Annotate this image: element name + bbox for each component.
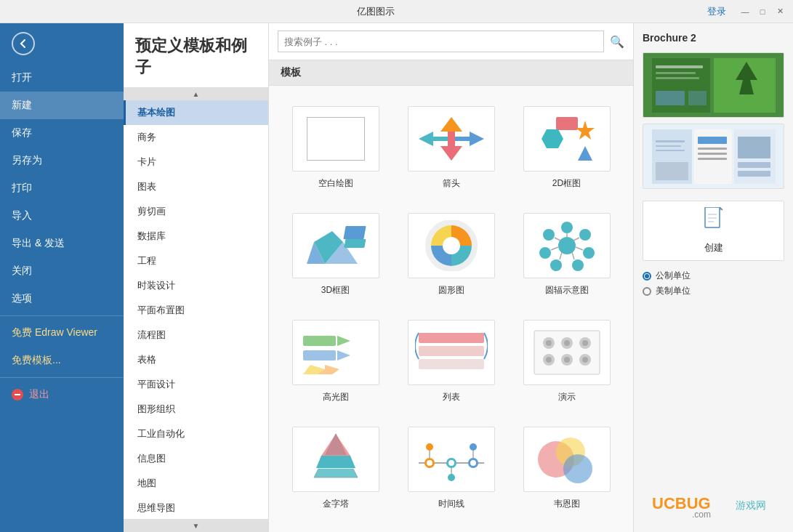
- svg-rect-82: [656, 91, 685, 105]
- template-thumb-highlight: [292, 320, 379, 385]
- template-timeline[interactable]: 时间线: [399, 421, 503, 516]
- svg-point-19: [579, 229, 591, 241]
- sidebar-item-viewer[interactable]: 免费 Edraw Viewer: [0, 319, 124, 347]
- create-button[interactable]: 创建: [643, 201, 784, 261]
- svg-point-23: [572, 259, 584, 271]
- sidebar-item-new[interactable]: 新建: [0, 92, 124, 119]
- template-highlight[interactable]: 高光图: [283, 314, 387, 409]
- svg-point-51: [564, 357, 570, 363]
- template-thumb-timeline: [408, 427, 495, 492]
- template-label-blank: 空白绘图: [318, 177, 353, 190]
- cat-item-basic[interactable]: 基本绘图: [124, 100, 268, 125]
- cat-item-map[interactable]: 地图: [124, 471, 268, 496]
- search-input[interactable]: [278, 31, 604, 52]
- radio-metric[interactable]: 公制单位: [643, 270, 784, 282]
- template-3dframe[interactable]: 3D框图: [283, 207, 387, 302]
- svg-rect-96: [698, 148, 727, 150]
- svg-point-50: [546, 357, 552, 363]
- cat-item-flowchart[interactable]: 流程图: [124, 323, 268, 347]
- category-scroll-up[interactable]: ▲: [124, 87, 268, 100]
- svg-line-26: [560, 252, 562, 259]
- template-label-pyramid: 金字塔: [323, 498, 349, 510]
- main-area: 打开 新建 保存 另存为 打印 导入 导出 & 发送 关闭 选项 免费 Edra…: [0, 23, 793, 532]
- template-radial[interactable]: 圆辐示意图: [515, 207, 619, 302]
- preview-panel: Brochure 2: [633, 23, 793, 532]
- svg-marker-32: [337, 336, 350, 346]
- template-thumb-circle: [408, 213, 495, 278]
- sidebar-divider: [0, 315, 124, 316]
- radio-imperial-label: 美制单位: [656, 285, 691, 297]
- svg-line-30: [555, 238, 560, 241]
- template-list[interactable]: 列表: [399, 314, 503, 409]
- svg-rect-95: [698, 137, 727, 144]
- sidebar-item-saveas[interactable]: 另存为: [0, 147, 124, 174]
- cat-item-graphic[interactable]: 图形组织: [124, 397, 268, 422]
- template-thumb-demo: [523, 320, 611, 385]
- app-title: 亿图图示: [49, 5, 701, 18]
- close-button[interactable]: ✕: [773, 4, 787, 19]
- sidebar: 打开 新建 保存 另存为 打印 导入 导出 & 发送 关闭 选项 免费 Edra…: [0, 23, 124, 532]
- template-circle[interactable]: 圆形图: [399, 207, 503, 302]
- template-label-arrow: 箭头: [443, 177, 460, 190]
- svg-point-21: [583, 247, 595, 259]
- radio-imperial[interactable]: 美制单位: [643, 285, 784, 297]
- cat-item-card[interactable]: 卡片: [124, 150, 268, 174]
- template-venn[interactable]: 韦恩图: [515, 421, 619, 516]
- sidebar-item-exit[interactable]: 退出: [0, 381, 124, 408]
- search-icon[interactable]: 🔍: [610, 35, 624, 49]
- template-blank[interactable]: 空白绘图: [283, 100, 387, 196]
- category-scroll-down[interactable]: ▼: [124, 519, 268, 532]
- cat-item-clipart[interactable]: 剪切画: [124, 199, 268, 224]
- sidebar-item-print[interactable]: 打印: [0, 174, 124, 202]
- 2dframe-svg: [531, 113, 603, 164]
- svg-rect-37: [419, 333, 484, 343]
- svg-rect-90: [656, 150, 685, 151]
- back-button[interactable]: [0, 23, 124, 64]
- svg-point-16: [558, 237, 576, 254]
- template-2dframe[interactable]: 2D框图: [515, 100, 619, 196]
- cat-item-fashion[interactable]: 时装设计: [124, 273, 268, 298]
- svg-rect-34: [303, 350, 336, 360]
- cat-item-floorplan[interactable]: 平面布置图: [124, 298, 268, 323]
- svg-rect-38: [419, 346, 484, 356]
- sidebar-item-options[interactable]: 选项: [0, 285, 124, 313]
- login-button[interactable]: 登录: [701, 5, 732, 18]
- svg-rect-31: [303, 336, 336, 346]
- svg-marker-3: [455, 132, 484, 146]
- template-demo[interactable]: 演示: [515, 314, 619, 409]
- cat-item-form[interactable]: 表格: [124, 347, 268, 372]
- template-label-radial: 圆辐示意图: [545, 284, 589, 297]
- radial-svg: [534, 220, 600, 271]
- svg-point-17: [561, 222, 573, 233]
- sidebar-item-export[interactable]: 导出 & 发送: [0, 230, 124, 257]
- svg-point-65: [448, 460, 454, 466]
- svg-marker-57: [321, 434, 350, 456]
- sidebar-item-templates[interactable]: 免费模板...: [0, 347, 124, 374]
- category-title: 预定义模板和例子: [124, 23, 268, 87]
- pyramid-svg: [299, 430, 372, 488]
- svg-point-15: [443, 237, 460, 254]
- cat-item-infographic[interactable]: 信息图: [124, 446, 268, 471]
- svg-point-47: [546, 340, 552, 346]
- template-pyramid[interactable]: 金字塔: [283, 421, 387, 516]
- circle-svg: [422, 220, 480, 271]
- minimize-button[interactable]: —: [738, 4, 752, 19]
- template-label-venn: 韦恩图: [554, 498, 580, 510]
- cat-item-floordesign[interactable]: 平面设计: [124, 372, 268, 397]
- back-icon: [12, 32, 35, 55]
- cat-item-chart[interactable]: 图表: [124, 174, 268, 199]
- cat-item-industrial[interactable]: 工业自动化: [124, 422, 268, 446]
- maximize-button[interactable]: □: [755, 4, 770, 19]
- cat-item-business[interactable]: 商务: [124, 125, 268, 150]
- sidebar-item-import[interactable]: 导入: [0, 202, 124, 230]
- template-arrow[interactable]: 箭头: [399, 100, 503, 196]
- svg-rect-91: [656, 162, 688, 180]
- cat-item-database[interactable]: 数据库: [124, 224, 268, 249]
- cat-item-engineering[interactable]: 工程: [124, 249, 268, 273]
- cat-item-mindmap[interactable]: 思维导图: [124, 496, 268, 519]
- sidebar-item-save[interactable]: 保存: [0, 119, 124, 147]
- svg-rect-99: [705, 207, 720, 227]
- svg-line-20: [573, 238, 579, 241]
- sidebar-item-close[interactable]: 关闭: [0, 257, 124, 285]
- sidebar-item-open[interactable]: 打开: [0, 64, 124, 92]
